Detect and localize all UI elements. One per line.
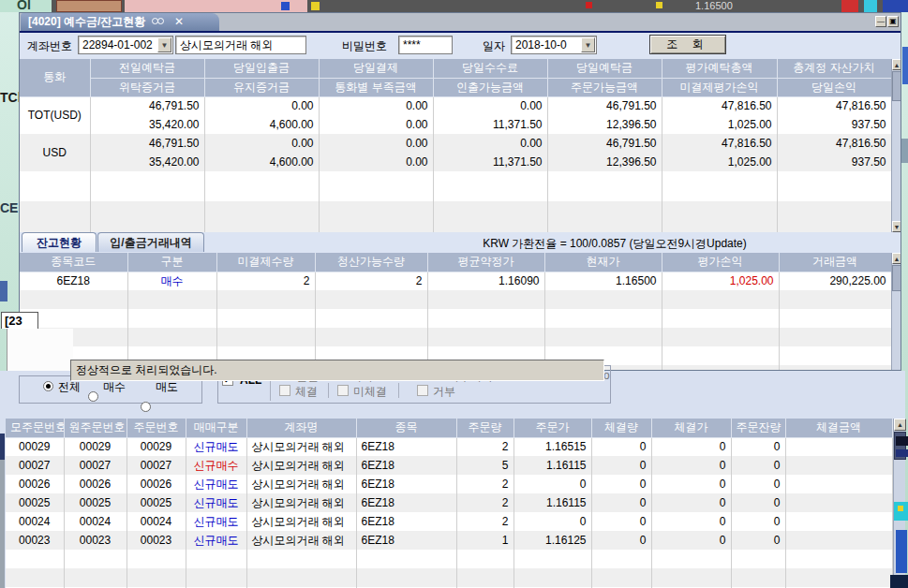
scrollbar-thumb[interactable] <box>892 265 901 291</box>
order-cell: 0 <box>651 437 731 456</box>
desktop-fragment <box>0 434 5 460</box>
chevron-down-icon[interactable]: ▼ <box>157 37 171 52</box>
link-icon[interactable] <box>152 18 165 25</box>
deposit-cell: 0.00 <box>319 134 433 153</box>
column-header: 평가손익 <box>662 253 779 272</box>
window-title-tab[interactable]: [4020] 예수금/잔고현황 ✕ <box>21 13 219 31</box>
column-header: 주문번호 <box>127 419 186 437</box>
table-row[interactable]: 35,420.00 4,600.00 0.00 11,371.50 12,396… <box>20 115 891 134</box>
chevron-down-icon[interactable]: ▼ <box>581 37 595 52</box>
restore-button[interactable]: ▣ <box>887 16 899 27</box>
order-cell: 상시모의거래 해외 <box>246 456 356 475</box>
radio-buy-label: 매수 <box>103 379 126 395</box>
radio-sell[interactable] <box>141 402 151 412</box>
table-row[interactable]: TOT(USD) 46,791.50 0.00 0.00 0.00 46,791… <box>20 96 891 115</box>
table-row[interactable]: USD 46,791.50 0.00 0.00 0.00 46,791.50 4… <box>20 134 891 153</box>
position-side-cell: 매수 <box>127 272 216 290</box>
table-row <box>20 290 891 309</box>
order-cell: 2 <box>456 437 514 456</box>
order-cell: 0 <box>651 512 731 531</box>
filter-checkbox[interactable] <box>337 385 349 396</box>
column-header: 계좌명 <box>246 419 356 437</box>
order-side-cell: 신규매수 <box>186 456 246 475</box>
order-cell: 00024 <box>6 512 64 531</box>
order-cell: 0 <box>651 456 731 475</box>
filter-checkbox-label: 체결 <box>295 384 318 400</box>
status-message-box: 정상적으로 처리되었습니다. <box>70 360 604 381</box>
order-row[interactable]: 00024 00024 00024 신규매도 상시모의거래 해외 6EZ18 2… <box>6 512 892 531</box>
position-cell: 6EZ18 <box>20 272 127 290</box>
deposit-cell: 35,420.00 <box>90 115 204 134</box>
order-row[interactable]: 00025 00025 00025 신규매도 상시모의거래 해외 6EZ18 2… <box>6 493 892 512</box>
order-side-cell: 신규매도 <box>186 531 246 550</box>
desktop-top-strip: OI 1.16500 <box>0 0 908 12</box>
order-cell: 6EZ18 <box>356 456 456 475</box>
account-combo[interactable]: 22894-01-002 ▼ <box>78 36 173 54</box>
date-combo[interactable]: 2018-10-0 ▼ <box>511 36 597 54</box>
desktop-fragment <box>896 436 908 446</box>
order-row[interactable]: 00023 00023 00023 신규매도 상시모의거래 해외 6EZ18 1… <box>6 531 892 550</box>
position-row[interactable]: 6EZ18 매수 2 2 1.16090 1.16500 1,025.00 29… <box>20 272 891 290</box>
column-header: 종목 <box>356 419 456 437</box>
order-row[interactable]: 00026 00026 00026 신규매도 상시모의거래 해외 6EZ18 2… <box>6 475 892 493</box>
exchange-rate-note: KRW 가환전율 = 100/0.0857 (당일오전9시경Update) <box>413 236 816 252</box>
column-header: 종목코드 <box>20 253 127 272</box>
order-cell: 0 <box>651 531 731 550</box>
order-cell: 00024 <box>64 512 127 531</box>
order-side-cell: 신규매도 <box>186 493 246 512</box>
desktop-fragment <box>890 575 908 588</box>
deposit-scrollbar[interactable]: ▲ ▼ <box>891 59 901 232</box>
order-cell <box>785 437 892 456</box>
order-cell: 2 <box>456 475 514 493</box>
search-button[interactable]: 조 회 <box>649 35 726 54</box>
order-cell: 0 <box>731 456 785 475</box>
order-cell: 0 <box>591 456 651 475</box>
column-header: 당일손익 <box>777 78 891 96</box>
deposit-cell: 12,396.50 <box>547 153 662 171</box>
table-row <box>20 201 891 232</box>
deposit-cell: 0.00 <box>204 96 319 115</box>
order-cell: 상시모의거래 해외 <box>246 493 356 512</box>
scroll-up-icon[interactable]: ▲ <box>892 253 901 264</box>
radio-all[interactable] <box>43 381 53 391</box>
password-field[interactable]: **** <box>398 36 453 54</box>
scroll-up-icon[interactable]: ▲ <box>894 419 906 431</box>
deposit-cell: 46,791.50 <box>90 134 204 153</box>
column-header: 인출가능금액 <box>433 78 547 96</box>
filter-checkbox[interactable] <box>279 385 290 396</box>
deposit-cell: 937.50 <box>777 153 891 171</box>
order-cell: 0 <box>651 493 731 512</box>
order-row[interactable]: 00027 00027 00027 신규매수 상시모의거래 해외 6EZ18 5… <box>6 456 892 475</box>
background-window-body <box>7 329 73 371</box>
order-window: ✔ ALL 일반 예약 특수계좌 From To 체결 미체결 거부 전체 매수… <box>0 371 905 588</box>
radio-buy[interactable] <box>88 391 98 402</box>
account-name-field[interactable]: 상시모의거래 해외 <box>175 36 306 54</box>
desktop-fragment <box>656 2 662 8</box>
position-scrollbar[interactable]: ▲ <box>891 253 901 371</box>
position-cell: 2 <box>216 272 315 290</box>
order-cell: 0 <box>514 475 591 493</box>
filter-checkbox[interactable] <box>417 385 428 396</box>
scroll-up-icon[interactable]: ▲ <box>892 59 901 70</box>
close-icon[interactable]: ✕ <box>174 15 184 28</box>
tab-transfer-history[interactable]: 입/출금거래내역 <box>97 232 204 252</box>
position-cell: 1.16090 <box>427 272 544 290</box>
tab-balance[interactable]: 잔고현황 <box>22 232 97 252</box>
background-window-tab[interactable]: [23 <box>1 312 38 329</box>
deposit-cell: 35,420.00 <box>90 153 204 171</box>
desktop-fragment <box>0 281 7 301</box>
desktop-fragment <box>896 530 907 573</box>
scrollbar-thumb[interactable] <box>892 71 901 101</box>
table-row <box>20 328 891 346</box>
column-header: 총계정 자산가치 <box>777 59 891 78</box>
status-message: 정상적으로 처리되었습니다. <box>76 363 217 376</box>
scroll-down-icon[interactable]: ▼ <box>892 221 901 232</box>
desktop-fragment <box>125 0 307 12</box>
order-cell <box>785 493 892 512</box>
desktop-fragment-text: OI <box>17 0 31 12</box>
order-row[interactable]: 00029 00029 00029 신규매도 상시모의거래 해외 6EZ18 2… <box>6 437 892 456</box>
deposit-cell: 47,816.50 <box>777 96 891 115</box>
minimize-button[interactable]: — <box>875 16 886 27</box>
position-cell: 2 <box>315 272 427 290</box>
table-row[interactable]: 35,420.00 4,600.00 0.00 11,371.50 12,396… <box>20 153 891 171</box>
